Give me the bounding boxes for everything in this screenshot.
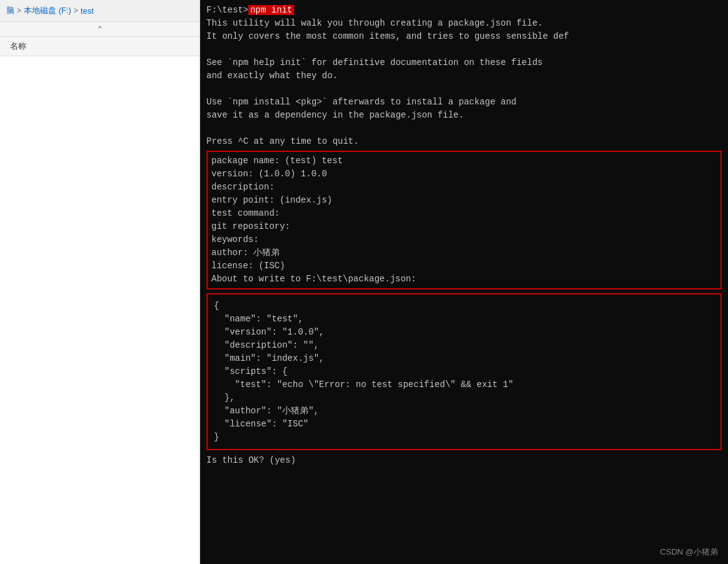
prompt-description: description: — [211, 181, 717, 194]
json-line-7: }, — [214, 391, 714, 405]
json-line-6: "test": "echo \"Error: no test specified… — [214, 378, 714, 391]
sort-up-icon: ⌃ — [98, 24, 102, 34]
sort-bar: ⌃ — [0, 22, 200, 37]
breadcrumb-sep-2: > — [74, 6, 78, 15]
watermark: CSDN @小猪弟 — [660, 546, 718, 558]
json-line-8: "author": "小猪弟", — [214, 405, 714, 418]
prompt-license: license: (ISC) — [211, 259, 717, 273]
json-line-9: "license": "ISC" — [214, 418, 714, 431]
sidebar-file-list — [0, 56, 200, 564]
terminal-line-blank-1 — [206, 43, 722, 56]
prompt-author: author: 小猪弟 — [211, 246, 717, 259]
prompt-about: About to write to F:\test\package.json: — [211, 273, 717, 286]
ok-line: Is this OK? (yes) — [206, 454, 722, 467]
prompt-version: version: (1.0.0) 1.0.0 — [211, 168, 717, 181]
breadcrumb-drive[interactable]: 本地磁盘 (F:) — [24, 5, 71, 16]
json-line-0: { — [214, 300, 714, 313]
terminal-prompt-line: F:\test>npm init — [206, 4, 722, 17]
terminal-prompt: F:\test> — [206, 5, 248, 15]
json-output-box: { "name": "test", "version": "1.0.0", "d… — [206, 293, 722, 450]
breadcrumb: 脑 > 本地磁盘 (F:) > test — [0, 0, 200, 22]
prompts-box: package name: (test) test version: (1.0.… — [206, 151, 722, 290]
json-line-5: "scripts": { — [214, 365, 714, 378]
terminal-line-1: This utility will walk you through creat… — [206, 17, 722, 30]
json-line-10: } — [214, 431, 714, 444]
terminal-line-7: Press ^C at any time to quit. — [206, 135, 722, 148]
json-line-2: "version": "1.0.0", — [214, 326, 714, 339]
terminal-line-6: save it as a dependency in the package.j… — [206, 109, 722, 122]
prompt-package: package name: (test) test — [211, 154, 717, 168]
column-header-name: 名称 — [0, 37, 200, 56]
terminal-line-5: Use `npm install <pkg>` afterwards to in… — [206, 96, 722, 109]
breadcrumb-sep-1: > — [17, 6, 21, 15]
breadcrumb-brain[interactable]: 脑 — [6, 5, 14, 16]
json-line-1: "name": "test", — [214, 313, 714, 326]
json-line-3: "description": "", — [214, 339, 714, 352]
prompt-keywords: keywords: — [211, 233, 717, 246]
terminal-line-3: See `npm help init` for definitive docum… — [206, 56, 722, 69]
prompt-test: test command: — [211, 207, 717, 220]
prompt-entry: entry point: (index.js) — [211, 194, 717, 207]
breadcrumb-folder[interactable]: test — [81, 6, 94, 16]
terminal-line-2: It only covers the most common items, an… — [206, 30, 722, 43]
terminal-line-blank-3 — [206, 122, 722, 135]
terminal-line-blank-2 — [206, 83, 722, 96]
terminal-line-4: and exactly what they do. — [206, 69, 722, 83]
json-line-4: "main": "index.js", — [214, 352, 714, 365]
npm-init-command: npm init — [248, 5, 294, 15]
prompt-git: git repository: — [211, 220, 717, 233]
sidebar: 脑 > 本地磁盘 (F:) > test ⌃ 名称 — [0, 0, 200, 564]
terminal-window[interactable]: F:\test>npm init This utility will walk … — [200, 0, 728, 564]
